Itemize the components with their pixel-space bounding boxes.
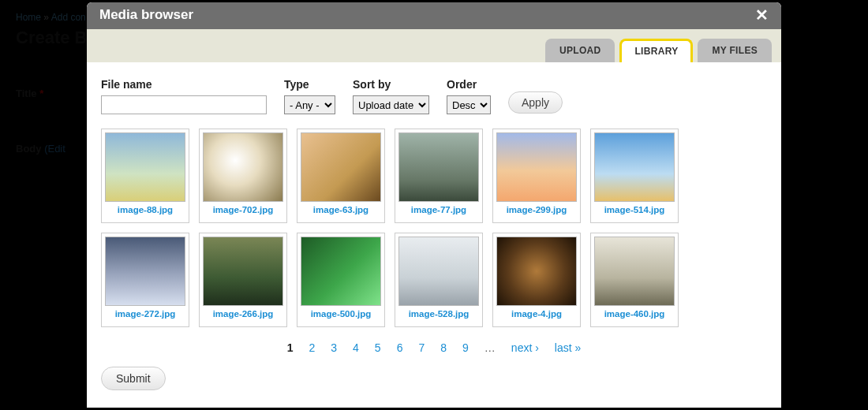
thumbnail-label: image-299.jpg xyxy=(497,203,576,217)
order-label: Order xyxy=(447,78,491,91)
thumbnail[interactable]: image-63.jpg xyxy=(297,129,385,223)
thumbnail-image xyxy=(301,237,381,306)
thumbnail-grid: image-88.jpgimage-702.jpgimage-63.jpgima… xyxy=(101,129,767,327)
thumbnail-image xyxy=(398,237,479,306)
modal-body: File name Type - Any - Sort by Upload da… xyxy=(87,62,781,408)
thumbnail-label: image-266.jpg xyxy=(204,307,282,321)
thumbnail-image xyxy=(301,132,381,202)
file-name-input[interactable] xyxy=(101,95,267,114)
thumbnail-image xyxy=(496,132,577,202)
filter-row: File name Type - Any - Sort by Upload da… xyxy=(101,78,767,114)
tab-bar: UPLOAD LIBRARY MY FILES xyxy=(87,29,781,62)
media-browser-modal: Media browser ✕ UPLOAD LIBRARY MY FILES … xyxy=(87,2,781,408)
pager-ellipsis: … xyxy=(485,341,496,354)
filter-type: Type - Any - xyxy=(284,78,335,114)
pager-page: 1 xyxy=(287,341,294,354)
thumbnail[interactable]: image-500.jpg xyxy=(297,233,385,327)
filter-file-name: File name xyxy=(101,78,267,114)
pager-page[interactable]: 2 xyxy=(309,341,315,354)
pager-page[interactable]: 7 xyxy=(418,341,425,354)
pager-page[interactable]: 4 xyxy=(353,341,359,354)
sort-by-label: Sort by xyxy=(353,78,429,91)
thumbnail-label: image-272.jpg xyxy=(106,307,185,321)
modal-title: Media browser xyxy=(99,7,193,23)
type-select[interactable]: - Any - xyxy=(284,95,335,114)
thumbnail-image xyxy=(594,237,675,306)
thumbnail-image xyxy=(496,237,577,306)
thumbnail-image xyxy=(105,132,185,202)
thumbnail[interactable]: image-299.jpg xyxy=(492,129,581,223)
thumbnail[interactable]: image-4.jpg xyxy=(492,233,581,327)
pager-page[interactable]: 6 xyxy=(397,341,403,354)
thumbnail[interactable]: image-77.jpg xyxy=(395,129,483,223)
pager-page[interactable]: 9 xyxy=(462,341,469,354)
thumbnail[interactable]: image-702.jpg xyxy=(199,129,287,223)
thumbnail-label: image-514.jpg xyxy=(595,203,674,217)
tab-library[interactable]: LIBRARY xyxy=(619,39,693,62)
thumbnail-image xyxy=(203,132,283,202)
sort-by-select[interactable]: Upload date xyxy=(353,95,429,114)
thumbnail[interactable]: image-88.jpg xyxy=(101,129,189,223)
modal-header: Media browser ✕ xyxy=(87,2,781,29)
pager-last[interactable]: last » xyxy=(555,341,581,354)
thumbnail-image xyxy=(398,132,479,202)
apply-button[interactable]: Apply xyxy=(508,91,563,114)
thumbnail[interactable]: image-460.jpg xyxy=(590,233,679,327)
thumbnail-label: image-77.jpg xyxy=(399,203,478,217)
tab-my-files[interactable]: MY FILES xyxy=(698,39,772,62)
close-icon[interactable]: ✕ xyxy=(755,7,769,23)
order-select[interactable]: Desc xyxy=(447,95,491,114)
pager-page[interactable]: 8 xyxy=(440,341,447,354)
tab-upload[interactable]: UPLOAD xyxy=(545,39,615,62)
thumbnail-label: image-500.jpg xyxy=(301,307,380,321)
thumbnail-label: image-528.jpg xyxy=(399,307,478,321)
thumbnail-label: image-88.jpg xyxy=(106,203,185,217)
thumbnail-label: image-4.jpg xyxy=(497,307,576,321)
thumbnail-image xyxy=(203,237,283,306)
type-label: Type xyxy=(284,78,335,91)
thumbnail[interactable]: image-514.jpg xyxy=(590,129,679,223)
file-name-label: File name xyxy=(101,78,267,91)
thumbnail-image xyxy=(105,237,185,306)
thumbnail-label: image-63.jpg xyxy=(301,203,380,217)
thumbnail-image xyxy=(594,132,675,202)
thumbnail-label: image-460.jpg xyxy=(595,307,674,321)
thumbnail[interactable]: image-266.jpg xyxy=(199,233,287,327)
pager-page[interactable]: 3 xyxy=(331,341,337,354)
submit-button[interactable]: Submit xyxy=(101,367,166,390)
filter-sort-by: Sort by Upload date xyxy=(353,78,429,114)
pager-page[interactable]: 5 xyxy=(375,341,381,354)
pager-next[interactable]: next › xyxy=(511,341,539,354)
thumbnail-label: image-702.jpg xyxy=(204,203,282,217)
pager: 123456789…next ›last » xyxy=(101,341,767,354)
thumbnail[interactable]: image-528.jpg xyxy=(395,233,483,327)
filter-order: Order Desc xyxy=(447,78,491,114)
thumbnail[interactable]: image-272.jpg xyxy=(101,233,189,327)
